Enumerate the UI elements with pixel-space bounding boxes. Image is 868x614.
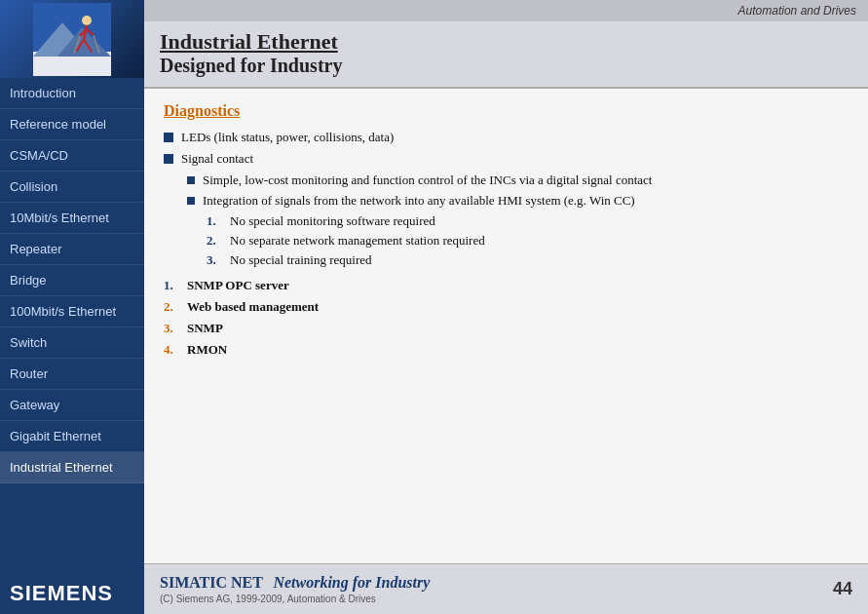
main-content: Automation and Drives Industrial Etherne…: [144, 0, 868, 614]
sub-item-integration-text: Integration of signals from the network …: [203, 193, 635, 209]
numbered-sub-2: 2. No separate network management statio…: [207, 233, 849, 249]
main-item-snmp: 3. SNMP: [164, 321, 849, 336]
sub-list-signal: Simple, low-cost monitoring and function…: [187, 173, 849, 268]
num-label-2: 2.: [207, 233, 226, 249]
skier-illustration: [33, 3, 111, 76]
sub-bullet-icon: [187, 176, 195, 184]
footer-page-number: 44: [833, 579, 852, 599]
main-numbered-list: 1. SNMP OPC server 2. Web based manageme…: [164, 278, 849, 358]
num-label-3: 3.: [207, 252, 226, 268]
content-header: Industrial Ethernet Designed for Industr…: [144, 21, 868, 89]
bullet-signal-text: Signal contact: [181, 151, 253, 167]
num-text-1: No special monitoring software required: [230, 213, 435, 229]
sidebar-item-gateway[interactable]: Gateway: [0, 390, 144, 421]
footer-content: SIMATIC NET Networking for Industry (C) …: [160, 574, 435, 604]
sidebar: Introduction Reference model CSMA/CD Col…: [0, 0, 144, 614]
page-title-1: Industrial Ethernet: [160, 29, 852, 55]
footer-title-row: SIMATIC NET Networking for Industry: [160, 574, 435, 592]
numbered-sub-1: 1. No special monitoring software requir…: [207, 213, 849, 229]
sidebar-item-switch[interactable]: Switch: [0, 327, 144, 359]
main-text-3: SNMP: [187, 321, 223, 336]
sidebar-item-reference-model[interactable]: Reference model: [0, 109, 144, 140]
num-text-2: No separate network management station r…: [230, 233, 485, 249]
sidebar-footer: SIEMENS: [0, 569, 144, 614]
sidebar-item-csmacd[interactable]: CSMA/CD: [0, 140, 144, 172]
footer-title-plain: SIMATIC NET: [160, 574, 263, 591]
content-body: Diagnostics LEDs (link status, power, co…: [144, 89, 868, 563]
logo-image: [0, 0, 144, 78]
bullet-icon: [164, 133, 173, 142]
sub-bullet-icon: [187, 197, 195, 205]
numbered-sub-3: 3. No special training required: [207, 252, 849, 268]
brand-label: Automation and Drives: [738, 4, 856, 18]
num-label-1: 1.: [207, 213, 226, 229]
sub-item-integration: Integration of signals from the network …: [187, 193, 849, 209]
main-item-rmon: 4. RMON: [164, 342, 849, 358]
siemens-logo: SIEMENS: [10, 581, 134, 606]
sidebar-item-introduction[interactable]: Introduction: [0, 78, 144, 109]
sidebar-item-10mbit[interactable]: 10Mbit/s Ethernet: [0, 203, 144, 234]
main-item-web: 2. Web based management: [164, 299, 849, 315]
main-text-2: Web based management: [187, 299, 319, 315]
main-text-1: SNMP OPC server: [187, 278, 289, 293]
num-text-3: No special training required: [230, 252, 371, 268]
sidebar-item-collision[interactable]: Collision: [0, 172, 144, 203]
bullet-icon: [164, 154, 173, 164]
sidebar-navigation: Introduction Reference model CSMA/CD Col…: [0, 78, 144, 569]
sub-item-simple-text: Simple, low-cost monitoring and function…: [203, 173, 652, 188]
footer: SIMATIC NET Networking for Industry (C) …: [144, 563, 868, 614]
main-num-3: 3.: [164, 321, 183, 336]
main-num-4: 4.: [164, 342, 183, 358]
svg-point-4: [82, 16, 92, 25]
sidebar-item-industrial-ethernet[interactable]: Industrial Ethernet: [0, 452, 144, 483]
sidebar-item-gigabit[interactable]: Gigabit Ethernet: [0, 421, 144, 452]
bullet-leds-text: LEDs (link status, power, collisions, da…: [181, 130, 394, 145]
main-num-2: 2.: [164, 299, 183, 315]
footer-copyright: (C) Siemens AG, 1999-2009, Automation & …: [160, 594, 435, 604]
sidebar-item-router[interactable]: Router: [0, 359, 144, 390]
page-title-2: Designed for Industry: [160, 55, 852, 77]
bullet-signal-contact: Signal contact: [164, 151, 849, 167]
sub-item-simple: Simple, low-cost monitoring and function…: [187, 173, 849, 188]
sidebar-logo: [0, 0, 144, 78]
sidebar-item-bridge[interactable]: Bridge: [0, 265, 144, 296]
main-num-1: 1.: [164, 278, 183, 293]
top-bar: Automation and Drives: [144, 0, 868, 21]
footer-title-italic: Networking for Industry: [273, 574, 430, 591]
main-item-snmp-opc: 1. SNMP OPC server: [164, 278, 849, 293]
sidebar-item-repeater[interactable]: Repeater: [0, 234, 144, 265]
section-title: Diagnostics: [164, 102, 849, 120]
bullet-leds: LEDs (link status, power, collisions, da…: [164, 130, 849, 145]
sidebar-item-100mbit[interactable]: 100Mbit/s Ethernet: [0, 296, 144, 327]
main-text-4: RMON: [187, 342, 227, 358]
